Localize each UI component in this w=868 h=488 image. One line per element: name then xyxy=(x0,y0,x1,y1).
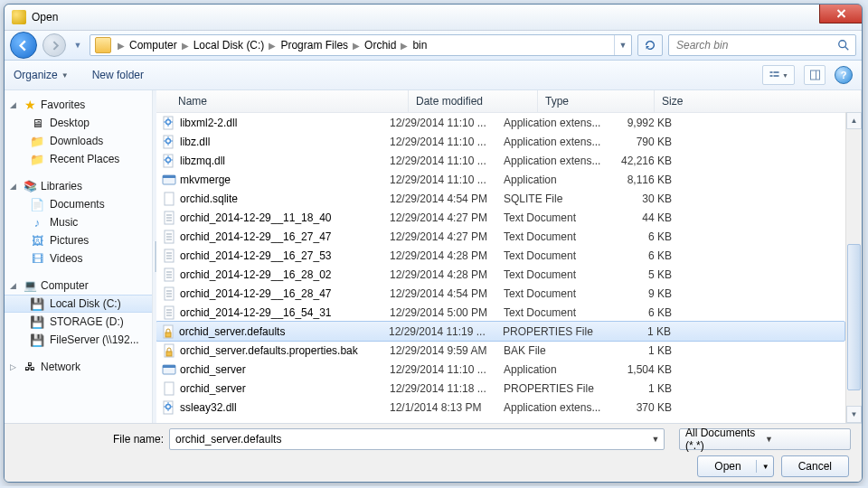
footer: File name: ▼ All Documents (*.*)▼ Open▼ … xyxy=(5,423,862,482)
search-icon[interactable] xyxy=(837,39,850,52)
sidebar-item-videos[interactable]: 🎞Videos xyxy=(5,249,152,267)
file-row[interactable]: orchid_server12/29/2014 11:10 ...Applica… xyxy=(156,360,862,379)
sidebar-item-pictures[interactable]: 🖼Pictures xyxy=(5,231,152,249)
file-row[interactable]: ssleay32.dll12/1/2014 8:13 PMApplication… xyxy=(156,398,862,417)
breadcrumb-dropdown[interactable]: ▼ xyxy=(614,35,631,55)
file-icon xyxy=(162,343,176,358)
sidebar-head-computer[interactable]: ◢💻Computer xyxy=(5,277,152,295)
refresh-button[interactable] xyxy=(637,34,663,56)
filename-label: File name: xyxy=(15,433,164,446)
close-button[interactable] xyxy=(819,4,863,23)
file-row[interactable]: orchid_server.defaults12/29/2014 11:19 .… xyxy=(156,321,845,342)
separator xyxy=(756,460,757,473)
file-row[interactable]: orchid_2014-12-29__16_28_0212/29/2014 4:… xyxy=(156,265,862,284)
chevron-right-icon[interactable]: ▶ xyxy=(351,41,362,51)
sidebar-item-desktop[interactable]: 🖥Desktop xyxy=(5,114,152,132)
preview-pane-button[interactable] xyxy=(804,65,826,85)
file-row[interactable]: libzmq.dll12/29/2014 11:10 ...Applicatio… xyxy=(156,151,862,170)
cancel-button[interactable]: Cancel xyxy=(781,455,849,477)
breadcrumb-seg[interactable]: bin xyxy=(410,39,429,52)
drive-icon: 💾 xyxy=(30,314,44,329)
file-name: libzmq.dll xyxy=(180,155,390,167)
scroll-up-button[interactable]: ▲ xyxy=(846,112,862,129)
file-row[interactable]: orchid_2014-12-29__11_18_4012/29/2014 4:… xyxy=(156,208,862,227)
arrow-right-icon xyxy=(50,41,60,51)
file-row[interactable]: libz.dll12/29/2014 11:10 ...Application … xyxy=(156,132,862,151)
file-row[interactable]: orchid_2014-12-29__16_28_4712/29/2014 4:… xyxy=(156,284,862,303)
search-box[interactable] xyxy=(668,34,856,56)
breadcrumb-seg[interactable]: Program Files xyxy=(278,39,351,52)
sidebar-head-favorites[interactable]: ◢★Favorites xyxy=(5,96,152,114)
svg-rect-2 xyxy=(770,71,773,73)
file-row[interactable]: orchid_2014-12-29__16_27_5312/29/2014 4:… xyxy=(156,246,862,265)
chevron-right-icon[interactable]: ▶ xyxy=(116,41,127,51)
file-icon xyxy=(162,400,176,415)
view-button[interactable]: ▼ xyxy=(762,65,795,85)
new-folder-button[interactable]: New folder xyxy=(92,69,144,81)
help-button[interactable]: ? xyxy=(835,66,853,84)
chevron-right-icon[interactable]: ▶ xyxy=(399,41,410,51)
scroll-thumb[interactable] xyxy=(847,244,861,390)
file-date: 12/29/2014 11:18 ... xyxy=(390,382,504,395)
sidebar-item-label: Downloads xyxy=(50,135,103,147)
file-row[interactable]: orchid_server12/29/2014 11:18 ...PROPERT… xyxy=(156,379,862,398)
file-row[interactable]: orchid_2014-12-29__16_27_4712/29/2014 4:… xyxy=(156,227,862,246)
file-size: 6 KB xyxy=(605,230,679,243)
col-size[interactable]: Size xyxy=(655,90,862,112)
chevron-down-icon[interactable]: ▼ xyxy=(762,463,769,471)
file-size: 1 KB xyxy=(605,382,679,395)
chevron-right-icon[interactable]: ▶ xyxy=(180,41,191,51)
nav-bar: ▼ ▶ Computer ▶ Local Disk (C:) ▶ Program… xyxy=(5,31,862,61)
sidebar-item-storage-d[interactable]: 💾STORAGE (D:) xyxy=(5,313,152,331)
file-row[interactable]: mkvmerge12/29/2014 11:10 ...Application8… xyxy=(156,170,862,189)
history-dropdown[interactable]: ▼ xyxy=(71,33,84,58)
file-list[interactable]: libxml2-2.dll12/29/2014 11:10 ...Applica… xyxy=(156,113,862,423)
scroll-down-button[interactable]: ▼ xyxy=(846,406,862,423)
scroll-track[interactable] xyxy=(846,129,862,406)
filename-dropdown[interactable]: ▼ xyxy=(647,435,664,444)
sidebar-item-music[interactable]: ♪Music xyxy=(5,213,152,231)
sidebar-computer: ◢💻Computer 💾Local Disk (C:) 💾STORAGE (D:… xyxy=(5,277,152,349)
col-type[interactable]: Type xyxy=(538,90,655,112)
filename-field[interactable]: ▼ xyxy=(169,428,665,450)
search-input[interactable] xyxy=(675,38,837,52)
open-button[interactable]: Open▼ xyxy=(697,455,773,477)
file-date: 12/29/2014 4:27 PM xyxy=(390,211,504,224)
file-icon xyxy=(162,249,176,263)
file-size: 9,992 KB xyxy=(605,117,679,129)
col-label: Size xyxy=(662,95,683,108)
file-row[interactable]: orchid_2014-12-29__16_54_3112/29/2014 5:… xyxy=(156,303,862,322)
breadcrumb-bar[interactable]: ▶ Computer ▶ Local Disk (C:) ▶ Program F… xyxy=(90,34,632,56)
sidebar-item-local-c[interactable]: 💾Local Disk (C:) xyxy=(5,295,152,313)
file-type: SQLITE File xyxy=(504,192,605,205)
file-name: orchid_server xyxy=(180,363,390,376)
file-row[interactable]: orchid_server.defaults.properties.bak12/… xyxy=(156,341,862,360)
file-date: 12/29/2014 4:54 PM xyxy=(390,287,504,300)
chevron-right-icon[interactable]: ▶ xyxy=(267,41,278,51)
collapse-icon: ◢ xyxy=(10,100,19,109)
titlebar[interactable]: Open xyxy=(5,5,862,31)
sidebar-item-downloads[interactable]: 📁Downloads xyxy=(5,132,152,150)
col-name[interactable]: Name xyxy=(156,90,409,112)
sidebar-head-network[interactable]: ▷🖧Network xyxy=(5,358,152,376)
file-type: Text Document xyxy=(504,230,605,243)
breadcrumb-seg[interactable]: Local Disk (C:) xyxy=(191,39,268,52)
file-row[interactable]: orchid.sqlite12/29/2014 4:54 PMSQLITE Fi… xyxy=(156,189,862,208)
file-icon xyxy=(162,173,176,187)
forward-button[interactable] xyxy=(42,33,66,57)
back-button[interactable] xyxy=(10,32,37,59)
vertical-scrollbar[interactable]: ▲ ▼ xyxy=(845,112,862,423)
sidebar-item-fileserver[interactable]: 💾FileServer (\\192... xyxy=(5,331,152,349)
file-row[interactable]: libxml2-2.dll12/29/2014 11:10 ...Applica… xyxy=(156,113,862,132)
breadcrumb-seg[interactable]: Orchid xyxy=(362,39,399,52)
sidebar-item-documents[interactable]: 📄Documents xyxy=(5,195,152,213)
sidebar-item-recent[interactable]: 📁Recent Places xyxy=(5,150,152,168)
svg-line-1 xyxy=(845,47,849,51)
col-date[interactable]: Date modified xyxy=(409,90,538,112)
sidebar-head-libraries[interactable]: ◢📚Libraries xyxy=(5,177,152,195)
organize-label: Organize xyxy=(14,69,58,81)
breadcrumb-seg[interactable]: Computer xyxy=(127,39,180,52)
filter-dropdown[interactable]: All Documents (*.*)▼ xyxy=(679,428,851,450)
filename-input[interactable] xyxy=(170,433,647,446)
organize-button[interactable]: Organize▼ xyxy=(14,69,69,81)
